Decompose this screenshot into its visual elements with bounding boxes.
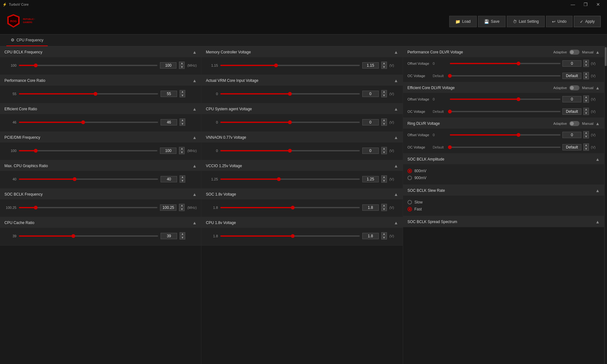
subsection-track-ring_dlvr-1[interactable] — [450, 147, 561, 148]
stepper-up-cpu_cache[interactable]: ▲ — [180, 232, 185, 236]
collapse-vnnaon-icon[interactable]: ▲ — [394, 135, 398, 140]
stepper-down-vccio_125[interactable]: ▼ — [381, 179, 387, 183]
subsection-stepper-down-perf_dlvr-0[interactable]: ▼ — [583, 64, 589, 67]
stepper-up-vccio_125[interactable]: ▲ — [381, 175, 387, 179]
tab-cpu-frequency[interactable]: ⚙ CPU Frequency — [6, 34, 48, 46]
subsection-stepper-up-eff_dlvr-0[interactable]: ▲ — [583, 95, 589, 99]
subsection-value-ring_dlvr-0[interactable] — [562, 132, 581, 138]
collapse-perf_core_ratio-icon[interactable]: ▲ — [192, 78, 197, 83]
subsection-track-ring_dlvr-0[interactable] — [450, 134, 561, 136]
stepper-down-eff_core_ratio[interactable]: ▼ — [180, 122, 185, 126]
collapse-vccio_125-icon[interactable]: ▲ — [394, 163, 398, 168]
slider-track-vnnaon[interactable] — [220, 150, 359, 151]
save-button[interactable]: 💾 Save — [478, 16, 506, 27]
slider-value-max_cpu_gfx[interactable] — [161, 176, 177, 182]
stepper-down-soc_bclk_freq[interactable]: ▼ — [179, 208, 185, 211]
subsection-stepper-up-perf_dlvr-1[interactable]: ▲ — [583, 72, 589, 76]
stepper-down-soc_18v[interactable]: ▼ — [381, 208, 387, 211]
apply-button[interactable]: ✓ Apply — [574, 16, 601, 27]
collapse-perf_dlvr-icon[interactable]: ▲ — [595, 50, 600, 55]
subsection-stepper-up-perf_dlvr-0[interactable]: ▲ — [583, 60, 589, 63]
slider-track-perf_core_ratio[interactable] — [19, 93, 158, 94]
slider-track-soc_18v[interactable] — [220, 207, 359, 208]
stepper-up-soc_bclk_freq[interactable]: ▲ — [179, 204, 185, 207]
subsection-track-perf_dlvr-0[interactable] — [450, 63, 561, 64]
load-button[interactable]: 📁 Load — [449, 16, 477, 27]
scrollbar-thumb[interactable] — [605, 47, 607, 66]
restore-button[interactable]: ❐ — [579, 0, 592, 9]
last-setting-button[interactable]: ⏱ Last Setting — [507, 16, 545, 27]
stepper-up-perf_core_ratio[interactable]: ▲ — [180, 90, 185, 94]
collapse-mem_ctrl_v-icon[interactable]: ▲ — [394, 50, 398, 55]
subsection-stepper-up-eff_dlvr-1[interactable]: ▲ — [583, 108, 589, 111]
stepper-up-pcie_dmi[interactable]: ▲ — [179, 147, 185, 150]
collapse-cpu_sys_agent-icon[interactable]: ▲ — [394, 106, 398, 112]
stepper-down-mem_ctrl_v[interactable]: ▼ — [381, 65, 387, 69]
slider-value-cpu_cache[interactable] — [161, 233, 177, 239]
stepper-up-max_cpu_gfx[interactable]: ▲ — [180, 175, 185, 179]
collapse-soc_18v-icon[interactable]: ▲ — [394, 192, 398, 197]
slider-track-actual_vrm[interactable] — [220, 93, 359, 94]
stepper-down-vnnaon[interactable]: ▼ — [381, 151, 387, 154]
slider-value-vnnaon[interactable] — [362, 148, 379, 154]
slider-value-pcie_dmi[interactable] — [160, 148, 176, 154]
toggle-switch-eff_dlvr[interactable] — [569, 85, 579, 90]
slider-value-eff_core_ratio[interactable] — [161, 119, 177, 125]
slider-value-mem_ctrl_v[interactable] — [362, 62, 379, 69]
slider-value-soc_bclk_freq[interactable] — [160, 204, 176, 211]
slider-value-soc_18v[interactable] — [362, 204, 379, 211]
stepper-up-soc_18v[interactable]: ▲ — [381, 204, 387, 207]
collapse-cpu_bclk-icon[interactable]: ▲ — [192, 50, 197, 55]
slider-track-soc_bclk_freq[interactable] — [19, 207, 157, 208]
scrollbar[interactable] — [604, 46, 607, 364]
collapse-soc_bclk_spread-icon[interactable]: ▲ — [595, 219, 600, 224]
collapse-eff_dlvr-icon[interactable]: ▲ — [595, 85, 600, 90]
subsection-value-perf_dlvr-1[interactable] — [562, 73, 581, 79]
subsection-value-eff_dlvr-0[interactable] — [562, 96, 581, 102]
slider-value-perf_core_ratio[interactable] — [161, 91, 177, 97]
slider-track-vccio_125[interactable] — [220, 179, 359, 180]
subsection-stepper-down-perf_dlvr-1[interactable]: ▼ — [583, 76, 589, 79]
slider-track-cpu_18v[interactable] — [220, 235, 359, 237]
subsection-stepper-up-ring_dlvr-1[interactable]: ▲ — [583, 143, 589, 147]
collapse-max_cpu_gfx-icon[interactable]: ▲ — [192, 163, 197, 168]
slider-value-cpu_bclk[interactable] — [160, 62, 176, 69]
stepper-up-eff_core_ratio[interactable]: ▲ — [180, 118, 185, 122]
slider-track-cpu_bclk[interactable] — [19, 65, 157, 66]
stepper-down-cpu_bclk[interactable]: ▼ — [179, 65, 185, 69]
collapse-soc_bclk_amp-icon[interactable]: ▲ — [595, 157, 600, 162]
toggle-switch-ring_dlvr[interactable] — [569, 121, 579, 126]
subsection-stepper-down-eff_dlvr-1[interactable]: ▼ — [583, 112, 589, 115]
collapse-ring_dlvr-icon[interactable]: ▲ — [595, 121, 600, 126]
close-button[interactable]: ✕ — [592, 0, 604, 9]
stepper-down-cpu_18v[interactable]: ▼ — [381, 236, 387, 240]
collapse-actual_vrm-icon[interactable]: ▲ — [394, 78, 398, 83]
slider-value-actual_vrm[interactable] — [362, 91, 379, 97]
collapse-soc_bclk_freq-icon[interactable]: ▲ — [192, 192, 197, 197]
collapse-pcie_dmi-icon[interactable]: ▲ — [192, 135, 197, 140]
stepper-up-actual_vrm[interactable]: ▲ — [381, 90, 387, 94]
slider-track-pcie_dmi[interactable] — [19, 150, 157, 151]
slider-value-cpu_18v[interactable] — [362, 233, 379, 239]
stepper-up-cpu_bclk[interactable]: ▲ — [179, 62, 185, 65]
slider-track-eff_core_ratio[interactable] — [19, 122, 158, 123]
minimize-button[interactable]: — — [567, 0, 579, 9]
stepper-up-cpu_sys_agent[interactable]: ▲ — [381, 118, 387, 122]
subsection-stepper-down-eff_dlvr-0[interactable]: ▼ — [583, 99, 589, 103]
radio-item-soc_bclk_slew-1[interactable]: Fast — [408, 206, 600, 213]
undo-button[interactable]: ↩ Undo — [546, 16, 573, 27]
subsection-track-eff_dlvr-0[interactable] — [450, 99, 561, 100]
subsection-stepper-down-ring_dlvr-1[interactable]: ▼ — [583, 147, 589, 151]
radio-item-soc_bclk_amp-0[interactable]: 800mV — [408, 167, 600, 174]
stepper-up-mem_ctrl_v[interactable]: ▲ — [381, 62, 387, 65]
subsection-stepper-up-ring_dlvr-0[interactable]: ▲ — [583, 131, 589, 135]
stepper-up-vnnaon[interactable]: ▲ — [381, 147, 387, 150]
subsection-track-eff_dlvr-1[interactable] — [450, 111, 561, 112]
radio-item-soc_bclk_slew-0[interactable]: Slow — [408, 199, 600, 206]
collapse-eff_core_ratio-icon[interactable]: ▲ — [192, 106, 197, 112]
slider-value-vccio_125[interactable] — [362, 176, 379, 182]
slider-track-mem_ctrl_v[interactable] — [220, 65, 359, 66]
collapse-soc_bclk_slew-icon[interactable]: ▲ — [595, 188, 600, 193]
slider-track-cpu_cache[interactable] — [19, 235, 158, 237]
stepper-down-max_cpu_gfx[interactable]: ▼ — [180, 179, 185, 183]
